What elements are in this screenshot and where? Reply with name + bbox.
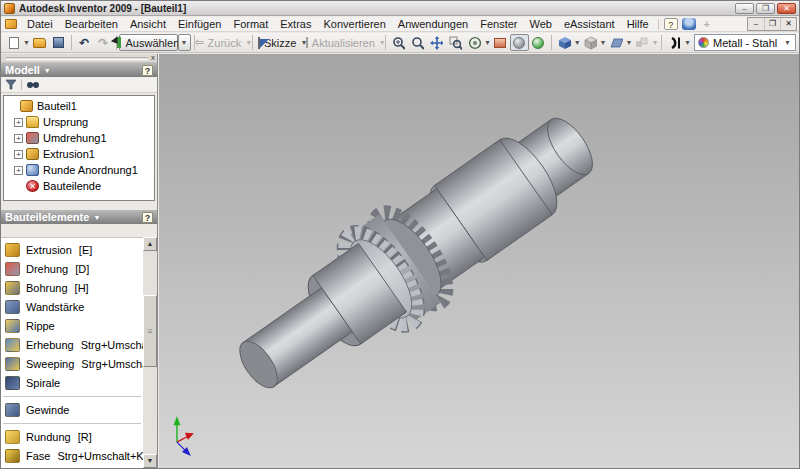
revolve-icon xyxy=(26,132,39,144)
work-plane-dropdown[interactable]: ▼ xyxy=(626,39,633,46)
mdi-close-button[interactable]: ✕ xyxy=(780,18,796,30)
menu-datei[interactable]: Datei xyxy=(21,17,59,31)
globe-display-button[interactable] xyxy=(529,34,548,51)
feature-flaeche-verschieben[interactable]: Fläche verschieben xyxy=(1,465,143,468)
dock-close-icon[interactable]: x xyxy=(151,54,155,62)
select-dropdown[interactable]: ▼ xyxy=(178,34,191,51)
tree-item-bauteil1[interactable]: Bauteil1 xyxy=(4,98,154,114)
tree-item-umdrehung1[interactable]: + Umdrehung1 xyxy=(4,130,154,146)
shaft-gear-model xyxy=(159,54,799,468)
feature-bohrung[interactable]: Bohrung [H] xyxy=(1,278,143,297)
feature-gewinde[interactable]: Gewinde xyxy=(1,400,143,419)
mdi-minimize-button[interactable]: – xyxy=(748,18,764,30)
menu-eassistant[interactable]: eAssistant xyxy=(558,17,621,31)
group-divider xyxy=(1,392,143,400)
scroll-thumb[interactable] xyxy=(143,295,157,367)
open-button[interactable] xyxy=(30,34,49,51)
scroll-up-icon[interactable]: ▲ xyxy=(143,237,157,251)
mdi-restore-button[interactable]: ❐ xyxy=(764,18,780,30)
shaded-display-button[interactable] xyxy=(510,34,529,51)
dock-strip[interactable]: x xyxy=(1,54,157,63)
expander-icon[interactable]: + xyxy=(14,134,23,143)
tree-item-bauteilende[interactable]: ✕ Bauteilende xyxy=(4,178,154,194)
menu-web[interactable]: Web xyxy=(523,17,557,31)
menu-anwendungen[interactable]: Anwendungen xyxy=(392,17,474,31)
pan-button[interactable] xyxy=(427,34,446,51)
zoom-all-button[interactable] xyxy=(389,34,408,51)
view-face-button[interactable] xyxy=(555,34,574,51)
features-panel-header[interactable]: Bauteilelemente ▼ ? xyxy=(1,210,157,224)
eassistant-icon[interactable] xyxy=(682,18,696,30)
menu-ansicht[interactable]: Ansicht xyxy=(124,17,172,31)
orbit-dropdown[interactable]: ▼ xyxy=(484,39,491,46)
features-help-button[interactable]: ? xyxy=(142,212,153,223)
model-tree: Bauteil1 + Ursprung + Umdrehung1 + Extru… xyxy=(3,95,155,201)
view-iso-button[interactable] xyxy=(581,34,600,51)
undo-button[interactable]: ↶ xyxy=(75,34,94,51)
feature-fase[interactable]: Fase Strg+Umschalt+K xyxy=(1,446,143,465)
chevron-down-icon: ▼ xyxy=(93,214,100,221)
view-face-dropdown[interactable]: ▼ xyxy=(574,39,581,46)
features-scrollbar[interactable]: ▲ ▼ xyxy=(143,237,157,468)
new-document-dropdown[interactable]: ▼ xyxy=(23,39,30,46)
scroll-down-icon[interactable]: ▼ xyxy=(143,454,157,468)
menu-fenster[interactable]: Fenster xyxy=(474,17,523,31)
tree-item-extrusion1[interactable]: + Extrusion1 xyxy=(4,146,154,162)
model-help-button[interactable]: ? xyxy=(142,65,153,76)
zoom-window-button[interactable] xyxy=(408,34,427,51)
select-button[interactable]: Auswählen xyxy=(119,34,177,51)
document-icon xyxy=(5,19,17,29)
tree-item-runde-anordnung1[interactable]: + Runde Anordnung1 xyxy=(4,162,154,178)
back-icon: ⇦ xyxy=(194,36,203,49)
circular-pattern-icon xyxy=(26,164,39,176)
find-icon[interactable] xyxy=(26,79,40,90)
component-button[interactable] xyxy=(632,34,651,51)
menu-format[interactable]: Format xyxy=(227,17,274,31)
view-iso-dropdown[interactable]: ▼ xyxy=(600,39,607,46)
divider xyxy=(385,35,386,50)
feature-rundung[interactable]: Rundung [R] xyxy=(1,427,143,446)
help-badge-icon[interactable]: ? xyxy=(664,18,678,30)
menu-konvertieren[interactable]: Konvertieren xyxy=(317,17,391,31)
minimize-button[interactable]: – xyxy=(735,3,754,14)
feature-wandstaerke[interactable]: Wandstärke xyxy=(1,297,143,316)
chamfer-icon xyxy=(5,449,20,463)
coil-icon xyxy=(5,376,20,390)
feature-drehung[interactable]: Drehung [D] xyxy=(1,259,143,278)
feature-erhebung[interactable]: Erhebung Strg+Umschalt+L xyxy=(1,335,143,354)
work-plane-button[interactable] xyxy=(607,34,626,51)
feature-spirale[interactable]: Spirale xyxy=(1,373,143,392)
feature-sweeping[interactable]: Sweeping Strg+Umschalt+S xyxy=(1,354,143,373)
orbit-button[interactable] xyxy=(465,34,484,51)
close-button[interactable]: ✕ xyxy=(777,3,796,14)
menu-bearbeiten[interactable]: Bearbeiten xyxy=(59,17,124,31)
expander-icon[interactable]: + xyxy=(14,166,23,175)
restore-button[interactable]: ❐ xyxy=(756,3,775,14)
features-list: Extrusion [E] Drehung [D] Bohrung [H] Wa… xyxy=(1,237,143,468)
update-button[interactable]: Aktualisieren ▼ xyxy=(309,34,382,51)
component-dropdown[interactable]: ▼ xyxy=(651,39,658,46)
model-panel-header[interactable]: Modell ▼ ? xyxy=(1,63,157,77)
analysis-dropdown[interactable]: ▼ xyxy=(684,39,691,46)
look-at-button[interactable] xyxy=(491,34,510,51)
expander-icon[interactable]: + xyxy=(14,118,23,127)
back-button[interactable]: ⇦ Zurück ▼ xyxy=(197,34,249,51)
feature-extrusion[interactable]: Extrusion [E] xyxy=(1,240,143,259)
zoom-selected-button[interactable] xyxy=(446,34,465,51)
analysis-button[interactable] xyxy=(665,34,684,51)
tree-label: Extrusion1 xyxy=(43,148,95,160)
filter-icon[interactable] xyxy=(5,79,17,90)
menu-einfuegen[interactable]: Einfügen xyxy=(172,17,227,31)
tree-item-ursprung[interactable]: + Ursprung xyxy=(4,114,154,130)
material-select[interactable]: Metall - Stahl ▼ xyxy=(694,34,796,51)
divider xyxy=(21,79,22,90)
menu-extras[interactable]: Extras xyxy=(274,17,317,31)
save-button[interactable] xyxy=(49,34,68,51)
menu-hilfe[interactable]: Hilfe xyxy=(621,17,655,31)
expander-icon[interactable]: + xyxy=(14,150,23,159)
feature-rippe[interactable]: Rippe xyxy=(1,316,143,335)
sketch-button[interactable]: Skizze ▼ xyxy=(256,34,309,51)
redo-button[interactable]: ↷ xyxy=(94,34,113,51)
viewport-3d[interactable] xyxy=(159,54,799,468)
new-document-button[interactable] xyxy=(4,34,23,51)
